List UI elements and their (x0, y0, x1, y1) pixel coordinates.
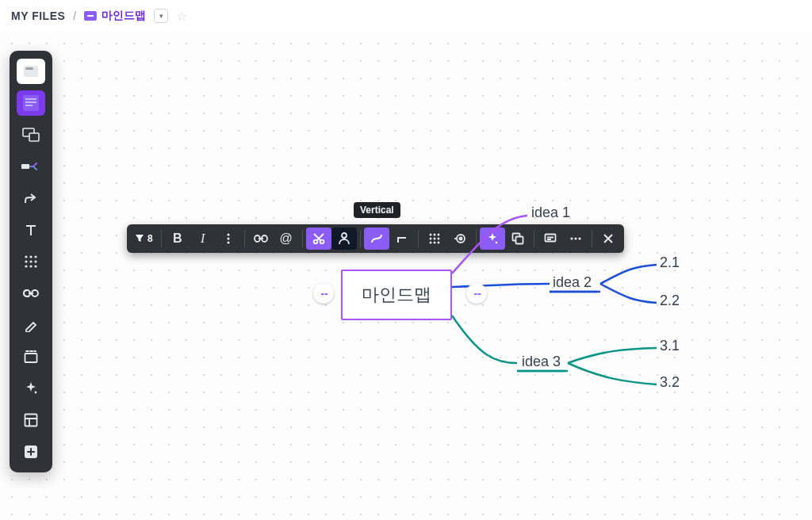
breadcrumb-document-title: 마인드맵 (102, 9, 146, 23)
branch-idea2[interactable]: idea 2 (553, 274, 592, 291)
breadcrumb-root[interactable]: MY FILES (11, 10, 65, 22)
add-branch-left[interactable]: - - (313, 283, 334, 304)
mindmap-center-node[interactable]: 마인드맵 (341, 270, 452, 320)
leaf-2-1[interactable]: 2.1 (660, 254, 680, 271)
breadcrumb: MY FILES / 마인드맵 ▾ ☆ (0, 0, 812, 32)
mindmap-center-label: 마인드맵 (362, 283, 431, 307)
branch-idea1[interactable]: idea 1 (531, 205, 570, 221)
workspace[interactable]: Vertical 8 B I @ (0, 32, 812, 520)
breadcrumb-document[interactable]: 마인드맵 (84, 9, 146, 23)
leaf-2-2[interactable]: 2.2 (660, 292, 680, 309)
breadcrumb-dropdown[interactable]: ▾ (154, 9, 168, 23)
breadcrumb-sep: / (73, 10, 76, 22)
mindmap-icon (84, 11, 97, 21)
branch-idea3[interactable]: idea 3 (522, 354, 561, 370)
leaf-3-2[interactable]: 3.2 (660, 374, 680, 391)
add-branch-right[interactable]: - - (466, 283, 487, 304)
favorite-star-icon[interactable]: ☆ (176, 9, 187, 24)
leaf-3-1[interactable]: 3.1 (660, 338, 680, 354)
